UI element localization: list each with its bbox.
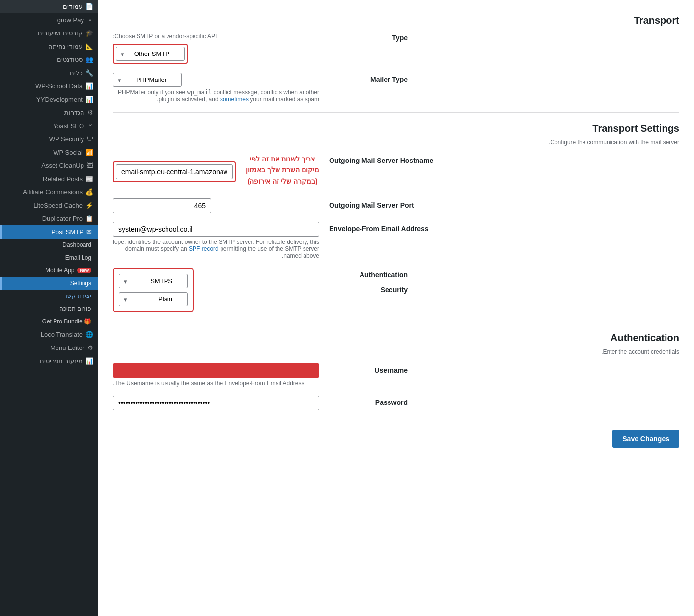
transport-settings-desc: Configure the communication with the mai… <box>113 139 679 146</box>
auth-section-desc: Enter the account credentials. <box>113 348 679 355</box>
sub-label: פורום תמיכה <box>59 305 91 312</box>
hostname-label: Outgoing Mail Server Hostname <box>329 154 433 164</box>
data-icon: 📊 <box>85 82 93 90</box>
sidebar-item-courses[interactable]: קורסים ושיעורים 🎓 <box>0 27 98 40</box>
sidebar-item-wp-school-data[interactable]: WP-School Data 📊 <box>0 80 98 93</box>
sidebar-item-label: עמודי נחיתה <box>48 43 83 50</box>
mailer-type-select-wrapper[interactable]: PHPMailer <box>113 73 182 87</box>
sidebar-item-duplicator[interactable]: Duplicator Pro 📋 <box>0 212 98 225</box>
type-label: Type <box>329 31 408 42</box>
sidebar-item-landing[interactable]: עמודי נחיתה 📐 <box>0 40 98 53</box>
sidebar-item-yoast[interactable]: Yoast SEO 🅈 <box>0 119 98 133</box>
sub-label: יצירת קשר <box>64 293 91 299</box>
envelope-input[interactable] <box>113 222 319 237</box>
sidebar-item-label: WP Security <box>49 135 84 143</box>
sidebar-item-students[interactable]: סטודנטים 👥 <box>0 53 98 66</box>
password-input-area <box>113 396 319 410</box>
type-select-container[interactable]: Other SMTP <box>116 47 185 61</box>
username-input[interactable] <box>113 363 319 378</box>
sidebar-sub-mobile-app[interactable]: Mobile App New <box>0 264 98 277</box>
sidebar-item-wp-security[interactable]: WP Security 🛡 <box>0 133 98 146</box>
sidebar-sub-pro-bundle[interactable]: Get Pro Bundle 🎁 <box>0 315 98 328</box>
divider-auth <box>113 322 679 322</box>
hostname-highlight <box>113 161 236 182</box>
sidebar-item-label: כלים <box>70 69 83 77</box>
password-label: Password <box>329 396 408 406</box>
sidebar: עמודים 📄 grow Pay 🅆 קורסים ושיעורים 🎓 עמ… <box>0 0 98 616</box>
sidebar-item-label: Asset CleanUp <box>41 162 84 169</box>
sidebar-item-label: WP-School Data <box>35 82 83 90</box>
security-auth-labels: Authentication Security <box>329 268 408 294</box>
page-icon: 📄 <box>85 3 93 10</box>
auth-label: Authentication <box>329 268 408 279</box>
sidebar-sub-yitzrat-kesher[interactable]: יצירת קשר <box>0 290 98 302</box>
security-select[interactable]: SMTPS TLS None <box>119 274 188 288</box>
save-button[interactable]: Save Changes <box>612 430 679 448</box>
username-row: Username The Username is usually the sam… <box>113 363 679 387</box>
security-select-wrapper[interactable]: SMTPS TLS None <box>119 274 188 288</box>
sidebar-item-loco-translate[interactable]: Loco Translate 🌐 <box>0 328 98 341</box>
mailer-type-label: Mailer Type <box>329 73 408 83</box>
sidebar-sub-settings[interactable]: Settings <box>0 277 98 290</box>
sidebar-item-label: עמודים <box>63 3 83 10</box>
sub-label: Email Log <box>65 254 91 261</box>
sidebar-sub-forum[interactable]: פורום תמיכה <box>0 302 98 315</box>
save-button-wrapper: Save Changes <box>113 420 679 448</box>
port-input[interactable] <box>113 198 211 213</box>
sidebar-item-yydevelopment[interactable]: YYDevelopment 📊 <box>0 93 98 106</box>
courses-icon: 🎓 <box>85 29 93 37</box>
envelope-input-area: lope, identifies the account owner to th… <box>113 222 319 259</box>
students-icon: 👥 <box>85 56 93 63</box>
annotation-text: צריך לשנות את זה לפימיקום השרת שלך באמזו… <box>246 154 319 187</box>
sidebar-item-litespeed[interactable]: LiteSpeed Cache ⚡ <box>0 199 98 212</box>
mizuor-icon: 📊 <box>85 357 93 365</box>
username-input-area: The Username is usually the same as the … <box>113 363 319 387</box>
social-icon: 📶 <box>85 149 93 156</box>
type-field-row: Type Choose SMTP or a vendor-specific AP… <box>113 31 679 64</box>
sidebar-item-settings[interactable]: הגדרות ⚙ <box>0 106 98 119</box>
type-input-area: Choose SMTP or a vendor-specific API: Ot… <box>113 31 319 64</box>
sub-label: Dashboard <box>62 241 91 248</box>
sidebar-item-related-posts[interactable]: Related Posts 📰 <box>0 172 98 186</box>
duplicator-icon: 📋 <box>85 215 93 222</box>
mailer-type-input-area: PHPMailer PHPMailer only if you see wp_m… <box>113 73 319 103</box>
post-smtp-submenu: Dashboard Email Log Mobile App New Setti… <box>0 239 98 328</box>
sidebar-item-mizuor[interactable]: מיזעור תפריטים 📊 <box>0 354 98 368</box>
password-row: Password <box>113 396 679 410</box>
sidebar-item-tools[interactable]: כלים 🔧 <box>0 66 98 80</box>
sidebar-item-wp-social[interactable]: WP Social 📶 <box>0 146 98 159</box>
hostname-input[interactable] <box>116 164 233 179</box>
sidebar-item-label: WP Social <box>53 149 83 156</box>
mailer-type-row: Mailer Type PHPMailer PHPMailer only if … <box>113 73 679 103</box>
sidebar-item-post-smtp[interactable]: Post SMTP ✉ <box>0 225 98 239</box>
tools-icon: 🔧 <box>85 69 93 77</box>
sidebar-sub-dashboard[interactable]: Dashboard <box>0 239 98 251</box>
sidebar-item-grow-pay[interactable]: grow Pay 🅆 <box>0 13 98 27</box>
settings-icon: ⚙ <box>87 109 93 116</box>
mail-icon: ✉ <box>86 228 92 236</box>
sidebar-item-asset-cleanup[interactable]: Asset CleanUp 🖼 <box>0 159 98 172</box>
envelope-row: Envelope-From Email Address lope, identi… <box>113 222 679 259</box>
sub-label: Get Pro Bundle 🎁 <box>42 318 91 325</box>
hostname-with-annotation: צריך לשנות את זה לפימיקום השרת שלך באמזו… <box>113 154 319 189</box>
mailer-type-select[interactable]: PHPMailer <box>113 73 182 87</box>
related-icon: 📰 <box>85 175 93 183</box>
divider-transport <box>113 112 679 113</box>
sidebar-item-affiliate[interactable]: Affiliate Commesions 💰 <box>0 186 98 199</box>
hostname-input-area: צריך לשנות את זה לפימיקום השרת שלך באמזו… <box>113 154 319 189</box>
auth-select-wrapper[interactable]: Plain Login CRAM-MD5 <box>119 292 188 306</box>
sidebar-item-label: LiteSpeed Cache <box>33 202 83 209</box>
sidebar-item-menu-editor[interactable]: Menu Editor ⚙ <box>0 341 98 354</box>
sidebar-sub-email-log[interactable]: Email Log <box>0 251 98 264</box>
sidebar-item-amudim[interactable]: עמודים 📄 <box>0 0 98 13</box>
port-input-area <box>113 198 319 213</box>
main-content: Transport Type Choose SMTP or a vendor-s… <box>98 0 694 616</box>
security-auth-highlight: SMTPS TLS None Plain Login CRAM-MD5 <box>113 268 194 312</box>
hostname-row: Outgoing Mail Server Hostname צריך לשנות… <box>113 154 679 189</box>
password-input[interactable] <box>113 396 319 410</box>
sub-label: Mobile App <box>45 267 74 274</box>
type-select[interactable]: Other SMTP <box>116 47 185 61</box>
auth-select[interactable]: Plain Login CRAM-MD5 <box>119 292 188 306</box>
port-row: Outgoing Mail Server Port <box>113 198 679 213</box>
transport-api-desc: Choose SMTP or a vendor-specific API: <box>113 33 217 40</box>
